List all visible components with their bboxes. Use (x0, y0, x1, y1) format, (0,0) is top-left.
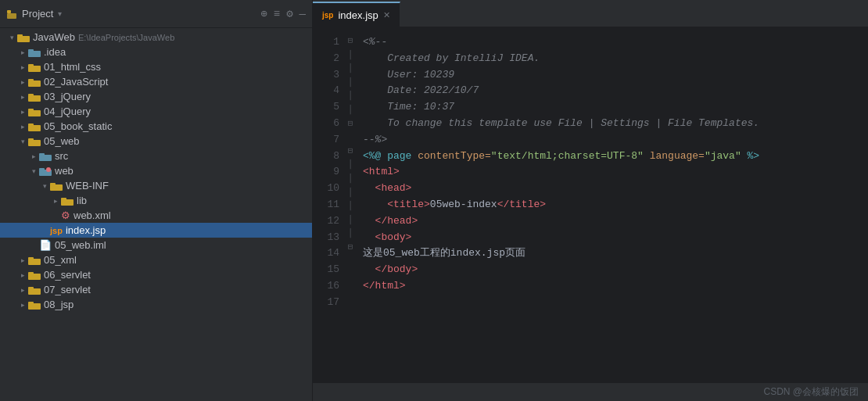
tree-label-javaweb: JavaWeb (33, 31, 75, 43)
tab-indexjsp[interactable]: jsp index.jsp ✕ (313, 2, 400, 27)
folder-icon-03 (28, 91, 41, 102)
tree-item-05xml[interactable]: 05_xml (0, 252, 312, 267)
tree-item-webxml[interactable]: ⚙ web.xml (0, 208, 312, 223)
svg-point-22 (46, 167, 51, 172)
folder-icon-idea (28, 47, 41, 58)
svg-rect-19 (39, 155, 52, 161)
folder-icon-05xml (28, 255, 41, 266)
tree-item-07[interactable]: 07_servlet (0, 282, 312, 297)
line-numbers: 1 2 3 4 5 6 7 8 9 10 11 12 13 14 15 16 1… (313, 28, 344, 382)
iml-file-icon: 📄 (39, 239, 52, 251)
tree-label-05-web: 05_web (44, 135, 80, 147)
tree-item-idea[interactable]: .idea (0, 45, 312, 59)
tree-label-src: src (55, 150, 68, 162)
tree-label-01: 01_html_css (44, 61, 101, 73)
tree-item-04[interactable]: 04_jQuery (0, 104, 312, 119)
minimize-icon[interactable]: — (299, 8, 306, 20)
collapse-all-icon[interactable]: ≡ (274, 8, 280, 20)
svg-rect-11 (28, 95, 41, 102)
tree-label-05xml: 05_xml (44, 254, 77, 266)
add-content-icon[interactable]: ⊕ (260, 7, 267, 20)
arrow-04 (17, 108, 28, 116)
svg-rect-28 (28, 259, 41, 265)
sidebar-project-label: Project (22, 8, 53, 20)
tree-label-idea: .idea (44, 46, 66, 58)
settings-icon[interactable]: ⚙ (286, 7, 292, 20)
tree-item-web[interactable]: web (0, 163, 312, 178)
tree-label-08: 08_jsp (44, 299, 74, 310)
svg-rect-17 (28, 140, 41, 146)
svg-rect-13 (28, 110, 41, 116)
project-path: E:\IdeaProjects\JavaWeb (78, 33, 174, 42)
arrow-lib (50, 197, 61, 205)
tree-root-javaweb[interactable]: JavaWeb E:\IdeaProjects\JavaWeb (0, 30, 312, 45)
tree-label-07: 07_servlet (44, 284, 91, 295)
tree-item-lib[interactable]: lib (0, 193, 312, 208)
svg-rect-26 (61, 199, 74, 206)
tree-label-04: 04_jQuery (44, 106, 91, 117)
tree-item-indexjsp[interactable]: jsp index.jsp (0, 223, 312, 238)
folder-icon-01 (28, 62, 41, 73)
fold-gutter: ⊟ │ │ │ │ │ ⊟ ⊟ │ │ │ │ │ │ ⊟ (344, 28, 357, 382)
sidebar-dropdown-icon[interactable]: ▾ (58, 9, 62, 18)
main-layout: Project ▾ ⊕ ≡ ⚙ — JavaWeb E:\IdeaProject… (0, 0, 868, 401)
tree-label-05webiml: 05_web.iml (55, 239, 106, 251)
sidebar-header: Project ▾ ⊕ ≡ ⚙ — (0, 0, 312, 28)
tree-item-05webiml[interactable]: 📄 05_web.iml (0, 238, 312, 252)
status-bar: CSDN @会核爆的饭团 (313, 382, 868, 401)
arrow-05-web (17, 138, 28, 145)
folder-icon-lib (61, 195, 74, 206)
jsp-file-icon: jsp (50, 226, 63, 235)
arrow-webinf (39, 182, 50, 190)
tree-item-08[interactable]: 08_jsp (0, 297, 312, 312)
tab-jsp-icon: jsp (322, 11, 333, 20)
tab-close-icon[interactable]: ✕ (383, 10, 390, 20)
arrow-src (28, 152, 39, 160)
code-editor[interactable]: 1 2 3 4 5 6 7 8 9 10 11 12 13 14 15 16 1… (313, 28, 868, 382)
arrow-idea (17, 48, 28, 56)
folder-icon-webinf (50, 181, 63, 192)
tree-item-05-web[interactable]: 05_web (0, 134, 312, 149)
editor-panel: jsp index.jsp ✕ 1 2 3 4 5 6 7 8 9 10 11 … (313, 0, 868, 401)
xml-icon: ⚙ (61, 209, 70, 221)
arrow-web (28, 167, 39, 175)
folder-icon-08 (28, 299, 41, 310)
svg-rect-3 (17, 36, 30, 42)
code-content[interactable]: <%-- Created by IntelliJ IDEA. User: 102… (357, 28, 868, 382)
svg-rect-30 (28, 274, 41, 280)
sidebar-title: Project ▾ (6, 8, 62, 20)
arrow-javaweb (6, 34, 17, 41)
tree-item-03[interactable]: 03_jQuery (0, 89, 312, 104)
folder-icon-06 (28, 270, 41, 281)
tree-item-02[interactable]: 02_JavaScript (0, 74, 312, 89)
tree-item-webinf[interactable]: WEB-INF (0, 178, 312, 193)
folder-icon-web (39, 166, 52, 177)
sidebar-icons: ⊕ ≡ ⚙ — (260, 7, 306, 20)
tree-label-02: 02_JavaScript (44, 76, 108, 88)
tree-item-src[interactable]: src (0, 149, 312, 163)
svg-rect-1 (7, 13, 16, 19)
tree-label-webinf: WEB-INF (66, 180, 109, 192)
watermark-text: CSDN @会核爆的饭团 (763, 385, 859, 399)
tree-label-webxml: web.xml (74, 209, 111, 221)
svg-rect-9 (28, 81, 41, 87)
folder-icon-07 (28, 285, 41, 295)
tree-item-06[interactable]: 06_servlet (0, 267, 312, 282)
svg-rect-5 (28, 51, 41, 57)
tab-label: index.jsp (338, 9, 378, 21)
folder-icon-02 (28, 77, 41, 88)
folder-icon-javaweb (17, 32, 30, 43)
sidebar: Project ▾ ⊕ ≡ ⚙ — JavaWeb E:\IdeaProject… (0, 0, 313, 401)
folder-icon-05-book (28, 121, 41, 132)
svg-rect-32 (28, 288, 41, 295)
arrow-06 (17, 271, 28, 279)
tree-label-lib: lib (77, 195, 87, 206)
project-icon (6, 9, 17, 20)
tab-bar: jsp index.jsp ✕ (313, 0, 868, 28)
tree-item-05-book[interactable]: 05_book_static (0, 119, 312, 134)
arrow-01 (17, 63, 28, 71)
tree-label-05-book: 05_book_static (44, 120, 112, 132)
svg-rect-24 (50, 184, 63, 191)
arrow-08 (17, 301, 28, 309)
tree-item-01[interactable]: 01_html_css (0, 59, 312, 74)
